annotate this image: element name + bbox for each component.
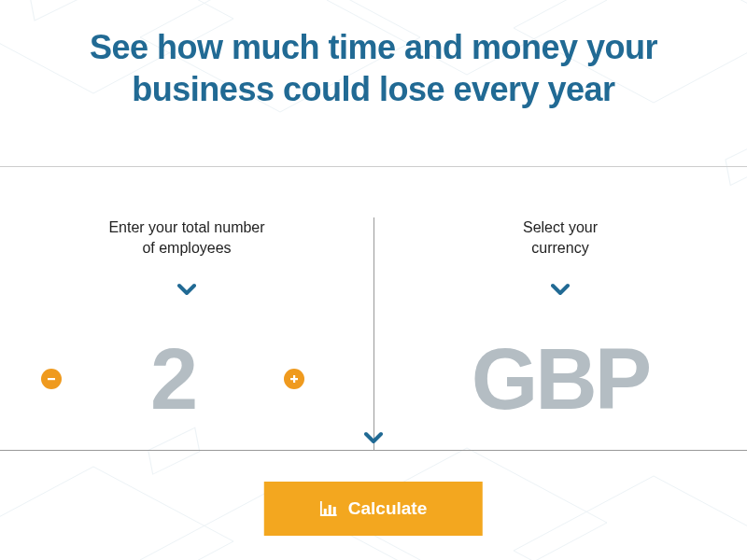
currency-column: Select your currency GBP: [374, 167, 747, 438]
currency-value: GBP: [472, 336, 649, 422]
svg-rect-6: [293, 375, 295, 383]
currency-label-line1: Select your: [523, 219, 598, 235]
currency-label-line2: currency: [531, 240, 588, 256]
chevron-down-icon: [177, 283, 196, 296]
page-headline: See how much time and money your busines…: [0, 0, 747, 166]
chevron-down-icon: [551, 283, 570, 296]
svg-rect-9: [324, 509, 327, 514]
employees-label-line2: of employees: [142, 240, 231, 256]
increment-button[interactable]: [284, 369, 304, 389]
svg-rect-11: [333, 507, 336, 514]
employees-label: Enter your total number of employees: [0, 217, 374, 259]
chevron-down-icon: [364, 431, 383, 448]
currency-selector[interactable]: GBP: [374, 332, 747, 426]
calculate-button[interactable]: Calculate: [264, 482, 483, 536]
svg-rect-4: [48, 378, 55, 380]
employees-column: Enter your total number of employees 2: [0, 167, 374, 438]
calculator-inputs: Enter your total number of employees 2 S…: [0, 167, 747, 438]
employees-value: 2: [150, 336, 195, 422]
currency-label: Select your currency: [374, 217, 747, 259]
bar-chart-icon: [320, 501, 337, 516]
employees-label-line1: Enter your total number: [108, 219, 264, 235]
decrement-button[interactable]: [41, 369, 62, 389]
svg-rect-7: [320, 514, 337, 516]
employees-stepper: 2: [0, 332, 374, 426]
calculate-button-label: Calculate: [348, 498, 427, 519]
svg-rect-10: [329, 505, 331, 514]
svg-rect-8: [320, 501, 322, 516]
